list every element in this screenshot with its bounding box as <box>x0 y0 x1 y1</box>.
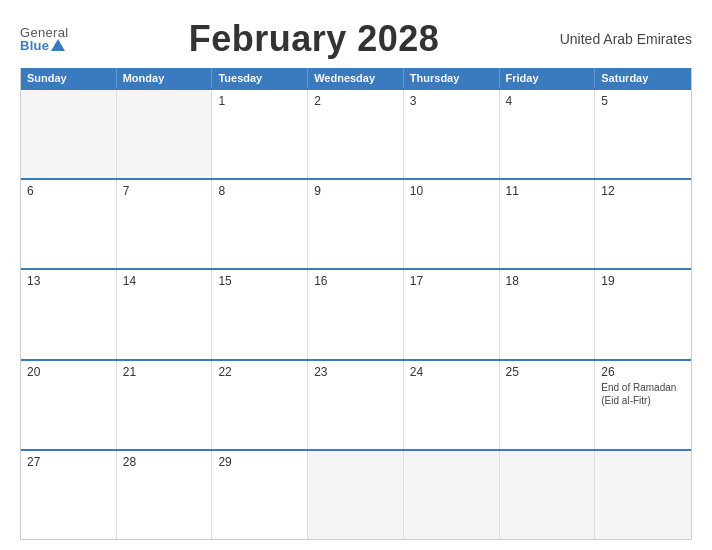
day-number: 28 <box>123 455 206 469</box>
calendar-cell: 24 <box>404 361 500 449</box>
calendar-cell: 25 <box>500 361 596 449</box>
logo-triangle-icon <box>51 39 65 51</box>
calendar-header: SundayMondayTuesdayWednesdayThursdayFrid… <box>21 68 691 88</box>
calendar-cell: 15 <box>212 270 308 358</box>
day-number: 12 <box>601 184 685 198</box>
calendar-cell: 29 <box>212 451 308 539</box>
page-header: General Blue February 2028 United Arab E… <box>20 18 692 60</box>
weekday-header-friday: Friday <box>500 68 596 88</box>
calendar-cell: 9 <box>308 180 404 268</box>
day-number: 3 <box>410 94 493 108</box>
calendar-page: General Blue February 2028 United Arab E… <box>0 0 712 550</box>
day-number: 14 <box>123 274 206 288</box>
weekday-header-wednesday: Wednesday <box>308 68 404 88</box>
calendar-cell <box>117 90 213 178</box>
calendar-title: February 2028 <box>68 18 559 60</box>
weekday-header-tuesday: Tuesday <box>212 68 308 88</box>
day-number: 19 <box>601 274 685 288</box>
calendar-cell: 28 <box>117 451 213 539</box>
day-number: 27 <box>27 455 110 469</box>
day-number: 2 <box>314 94 397 108</box>
weekday-header-sunday: Sunday <box>21 68 117 88</box>
calendar-cell <box>308 451 404 539</box>
day-number: 16 <box>314 274 397 288</box>
calendar-cell: 11 <box>500 180 596 268</box>
calendar-cell <box>500 451 596 539</box>
logo-blue-text: Blue <box>20 39 49 52</box>
day-number: 9 <box>314 184 397 198</box>
weekday-header-saturday: Saturday <box>595 68 691 88</box>
calendar-cell: 22 <box>212 361 308 449</box>
calendar-cell <box>21 90 117 178</box>
day-number: 15 <box>218 274 301 288</box>
calendar-week-3: 13141516171819 <box>21 268 691 358</box>
day-number: 17 <box>410 274 493 288</box>
calendar-cell: 17 <box>404 270 500 358</box>
calendar-cell: 23 <box>308 361 404 449</box>
day-number: 10 <box>410 184 493 198</box>
calendar-cell: 1 <box>212 90 308 178</box>
day-number: 6 <box>27 184 110 198</box>
calendar-grid: SundayMondayTuesdayWednesdayThursdayFrid… <box>20 68 692 540</box>
day-number: 8 <box>218 184 301 198</box>
calendar-cell: 27 <box>21 451 117 539</box>
day-number: 29 <box>218 455 301 469</box>
day-number: 21 <box>123 365 206 379</box>
calendar-week-5: 272829 <box>21 449 691 539</box>
country-label: United Arab Emirates <box>560 31 692 47</box>
day-number: 1 <box>218 94 301 108</box>
calendar-cell: 3 <box>404 90 500 178</box>
day-number: 13 <box>27 274 110 288</box>
logo: General Blue <box>20 26 68 52</box>
weekday-header-monday: Monday <box>117 68 213 88</box>
calendar-cell: 21 <box>117 361 213 449</box>
day-number: 4 <box>506 94 589 108</box>
calendar-cell: 6 <box>21 180 117 268</box>
calendar-cell: 18 <box>500 270 596 358</box>
day-number: 7 <box>123 184 206 198</box>
day-number: 5 <box>601 94 685 108</box>
day-number: 11 <box>506 184 589 198</box>
calendar-cell: 26End of Ramadan (Eid al-Fitr) <box>595 361 691 449</box>
calendar-cell: 14 <box>117 270 213 358</box>
calendar-cell: 12 <box>595 180 691 268</box>
day-number: 24 <box>410 365 493 379</box>
calendar-cell: 16 <box>308 270 404 358</box>
calendar-cell: 20 <box>21 361 117 449</box>
day-number: 26 <box>601 365 685 379</box>
day-number: 20 <box>27 365 110 379</box>
calendar-cell: 19 <box>595 270 691 358</box>
calendar-cell: 4 <box>500 90 596 178</box>
calendar-cell: 5 <box>595 90 691 178</box>
calendar-cell <box>595 451 691 539</box>
calendar-week-2: 6789101112 <box>21 178 691 268</box>
day-number: 23 <box>314 365 397 379</box>
weekday-header-thursday: Thursday <box>404 68 500 88</box>
day-number: 22 <box>218 365 301 379</box>
calendar-body: 1234567891011121314151617181920212223242… <box>21 88 691 539</box>
calendar-week-4: 20212223242526End of Ramadan (Eid al-Fit… <box>21 359 691 449</box>
calendar-cell: 10 <box>404 180 500 268</box>
calendar-cell: 8 <box>212 180 308 268</box>
calendar-event: End of Ramadan (Eid al-Fitr) <box>601 381 685 407</box>
calendar-cell <box>404 451 500 539</box>
calendar-cell: 7 <box>117 180 213 268</box>
day-number: 18 <box>506 274 589 288</box>
calendar-week-1: 12345 <box>21 88 691 178</box>
calendar-cell: 13 <box>21 270 117 358</box>
day-number: 25 <box>506 365 589 379</box>
calendar-cell: 2 <box>308 90 404 178</box>
